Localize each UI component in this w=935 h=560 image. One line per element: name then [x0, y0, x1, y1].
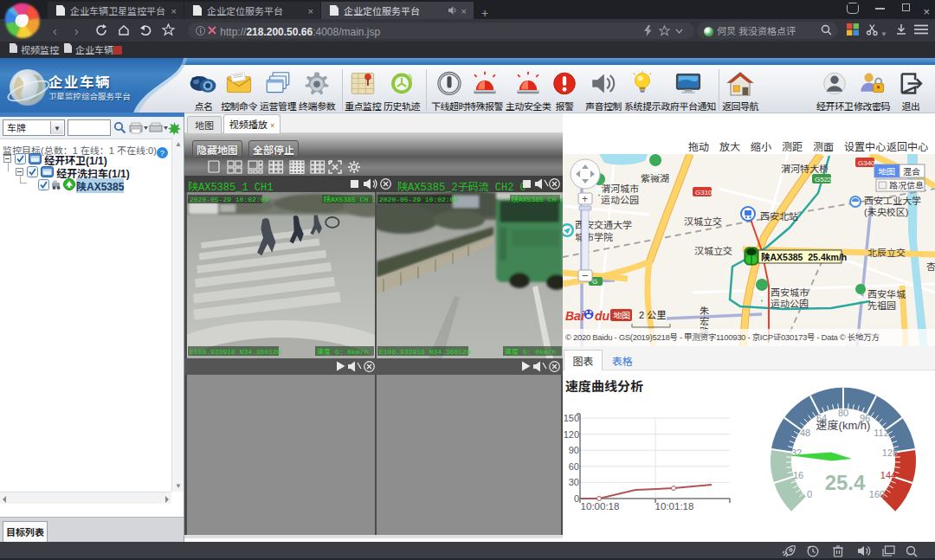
svg-text:+: + [582, 190, 588, 205]
svg-text:E108.933918 N34.360128: E108.933918 N34.360128 [379, 346, 471, 356]
svg-text:陕AX5385 25.4km/h: 陕AX5385 25.4km/h [761, 250, 847, 263]
svg-text:0: 0 [807, 486, 812, 500]
svg-text:16: 16 [793, 467, 803, 481]
svg-text:渭河特大桥: 渭河特大桥 [781, 161, 829, 175]
svg-text:−: − [582, 267, 589, 283]
svg-text:120: 120 [564, 427, 579, 441]
svg-text:速度(km/h): 速度(km/h) [816, 416, 871, 433]
svg-text:速度 G: 0km/h: 速度 G: 0km/h [317, 346, 368, 356]
svg-text:160: 160 [869, 486, 885, 500]
svg-text:128: 128 [882, 445, 898, 459]
svg-text:60: 60 [569, 459, 579, 473]
svg-text:112: 112 [874, 425, 889, 439]
svg-text:地图: 地图 [878, 164, 895, 177]
svg-text:北辰立交: 北辰立交 [867, 245, 906, 259]
svg-text:G522: G522 [815, 174, 832, 183]
svg-text:© 2020 Baidu - GS(2019)5218号 -: © 2020 Baidu - GS(2019)5218号 - 甲测资字11009… [565, 331, 880, 343]
svg-text:杏园: 杏园 [926, 259, 935, 273]
svg-text:90: 90 [569, 442, 579, 456]
svg-text:144: 144 [880, 467, 896, 481]
svg-text:先祖园: 先祖园 [867, 298, 896, 312]
svg-text:(未央校区): (未央校区) [864, 204, 908, 218]
svg-text:运动公园: 运动公园 [601, 192, 639, 206]
svg-text:du: du [595, 306, 610, 324]
svg-text:2020-05-29 10:02:09: 2020-05-29 10:02:09 [190, 194, 268, 203]
svg-text:0: 0 [574, 491, 579, 505]
svg-text:运动公园: 运动公园 [771, 296, 809, 310]
svg-text:150: 150 [564, 410, 579, 424]
svg-text:陕AX5385 CH 2: 陕AX5385 CH 2 [512, 194, 563, 203]
svg-text:E108.933918 N34.360128: E108.933918 N34.360128 [190, 346, 281, 356]
svg-text:陕AX5385 CH 1: 陕AX5385 CH 1 [324, 194, 375, 203]
svg-text:30: 30 [569, 474, 579, 488]
svg-text:地图: 地图 [613, 308, 630, 321]
svg-text:汉城立交: 汉城立交 [684, 214, 722, 228]
svg-text:西安北站: 西安北站 [760, 209, 798, 222]
svg-text:城市学院: 城市学院 [575, 229, 613, 243]
svg-text:混合: 混合 [903, 164, 920, 177]
svg-text:速度 G: 0km/h: 速度 G: 0km/h [505, 346, 556, 356]
svg-text:10:01:18: 10:01:18 [655, 499, 694, 512]
svg-text:25.4: 25.4 [825, 466, 866, 496]
svg-text:G340: G340 [858, 158, 875, 167]
svg-text:2020-05-29 10:02:09: 2020-05-29 10:02:09 [379, 194, 458, 203]
svg-text:G310: G310 [695, 187, 713, 196]
svg-text:2 公里: 2 公里 [639, 307, 666, 321]
svg-text:Bai: Bai [565, 306, 585, 324]
svg-text:汉城立交: 汉城立交 [694, 243, 732, 257]
svg-text:48: 48 [800, 425, 810, 439]
svg-text:路况信息: 路况信息 [889, 178, 924, 191]
svg-text:G: G [592, 276, 597, 286]
